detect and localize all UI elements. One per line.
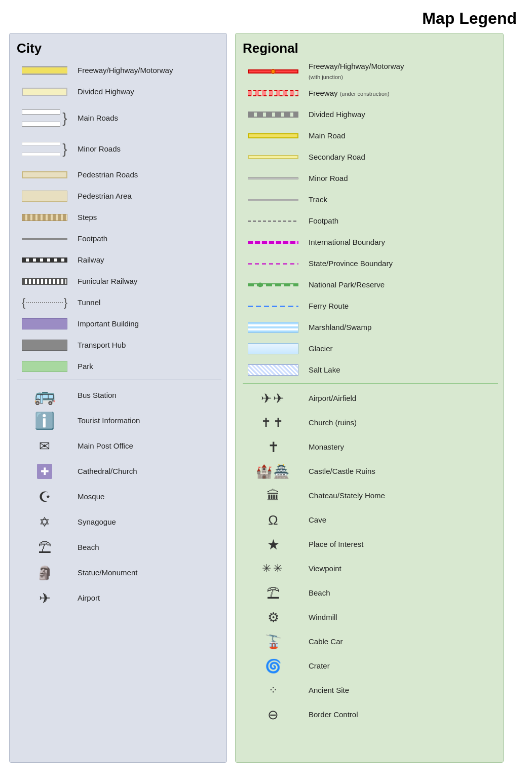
symbol-footpath-city bbox=[17, 238, 72, 240]
label-reg-marshland: Marshland/Swamp bbox=[303, 322, 371, 332]
label-reg-divided-highway: Divided Highway bbox=[303, 109, 365, 120]
page-title: Map Legend bbox=[0, 0, 532, 33]
symbol-railway bbox=[17, 257, 72, 263]
label-funicular: Funicular Railway bbox=[72, 276, 137, 286]
list-item: Freeway (under construction) bbox=[243, 84, 498, 102]
label-reg-place-interest: Place of Interest bbox=[303, 539, 363, 549]
viewpoint-icon: ✳✳ bbox=[262, 562, 284, 575]
symbol-reg-intl-boundary bbox=[243, 241, 303, 244]
list-item: ✚ Cathedral/Church bbox=[17, 460, 221, 483]
list-item: ⊖ Border Control bbox=[243, 704, 498, 725]
symbol-reg-crater: 🌀 bbox=[243, 658, 303, 674]
bracket-main-roads: } bbox=[62, 111, 67, 125]
symbol-reg-freeway bbox=[243, 67, 303, 76]
windmill-icon: ⚙ bbox=[268, 610, 279, 625]
symbol-reg-ferry bbox=[243, 306, 303, 307]
list-item: 🚡 Cable Car bbox=[243, 631, 498, 652]
label-bus-station: Bus Station bbox=[72, 390, 117, 400]
list-item: Footpath bbox=[243, 212, 498, 230]
symbol-reg-chateau: 🏛 bbox=[243, 488, 303, 504]
symbol-reg-footpath bbox=[243, 220, 303, 222]
symbol-reg-state-boundary bbox=[243, 263, 303, 265]
symbol-reg-monastery: ✝ bbox=[243, 439, 303, 456]
symbol-important-building bbox=[17, 318, 72, 329]
list-item: ✈ Airport bbox=[17, 587, 221, 609]
symbol-reg-viewpoint: ✳✳ bbox=[243, 562, 303, 575]
label-reg-minor-road: Minor Road bbox=[303, 173, 348, 183]
list-item: ⛱ Beach bbox=[17, 536, 221, 559]
symbol-bus-station: 🚌 bbox=[17, 385, 72, 405]
list-item: ✉ Main Post Office bbox=[17, 435, 221, 457]
symbol-reg-place-interest: ★ bbox=[243, 536, 303, 553]
list-item: Park bbox=[17, 357, 221, 376]
list-item: Steps bbox=[17, 208, 221, 227]
label-reg-secondary-road: Secondary Road bbox=[303, 152, 365, 162]
airport-icon: ✈ bbox=[39, 590, 51, 607]
symbol-reg-freeway-construction bbox=[243, 90, 303, 96]
beach-icon: ⛱ bbox=[267, 585, 280, 601]
symbol-main-roads: } bbox=[17, 109, 72, 127]
list-item: ℹ️ Tourist Information bbox=[17, 410, 221, 432]
label-reg-border-control: Border Control bbox=[303, 710, 358, 720]
list-item: ✈✈ Airport/Airfield bbox=[243, 388, 498, 409]
symbol-freeway-city bbox=[17, 66, 72, 75]
symbol-reg-salt-lake bbox=[243, 364, 303, 376]
label-reg-freeway-construction: Freeway (under construction) bbox=[303, 88, 390, 98]
list-item: ⁘ Ancient Site bbox=[243, 680, 498, 701]
label-airport-city: Airport bbox=[72, 593, 100, 603]
label-pedestrian-area: Pedestrian Area bbox=[72, 191, 132, 201]
symbol-beach-city: ⛱ bbox=[17, 540, 72, 556]
house-icon: 🏛 bbox=[267, 488, 280, 504]
label-reg-viewpoint: Viewpoint bbox=[303, 564, 341, 574]
symbol-reg-glacier bbox=[243, 343, 303, 354]
symbol-pedestrian-roads bbox=[17, 171, 72, 178]
symbol-tunnel: { } bbox=[17, 298, 72, 308]
label-pedestrian-roads: Pedestrian Roads bbox=[72, 170, 138, 180]
label-steps: Steps bbox=[72, 212, 97, 223]
label-main-roads: Main Roads bbox=[72, 113, 118, 123]
symbol-divided-highway-city bbox=[17, 88, 72, 96]
list-item: 🏛 Chateau/Stately Home bbox=[243, 485, 498, 506]
list-item: ⚙ Windmill bbox=[243, 607, 498, 628]
list-item: } Minor Roads bbox=[17, 135, 221, 163]
label-reg-national-park: National Park/Reserve bbox=[303, 280, 385, 290]
list-item: National Park/Reserve bbox=[243, 276, 498, 294]
castle-icon: 🏰🏯 bbox=[256, 464, 290, 479]
symbol-reg-divided-highway bbox=[243, 112, 303, 118]
list-item: 🏰🏯 Castle/Castle Ruins bbox=[243, 461, 498, 482]
label-minor-roads: Minor Roads bbox=[72, 144, 121, 154]
list-item: Salt Lake bbox=[243, 361, 498, 379]
list-item: ⛱ Beach bbox=[243, 582, 498, 604]
cable-car-icon: 🚡 bbox=[265, 634, 281, 650]
list-item: ☪ Mosque bbox=[17, 486, 221, 508]
symbol-reg-beach: ⛱ bbox=[243, 585, 303, 601]
label-railway: Railway bbox=[72, 255, 104, 265]
cross-icon: ✝✝ bbox=[261, 416, 285, 430]
label-reg-freeway: Freeway/Highway/Motorway (with junction) bbox=[303, 61, 404, 81]
symbol-airport-city: ✈ bbox=[17, 590, 72, 607]
label-reg-church: Church (ruins) bbox=[303, 418, 357, 428]
crater-icon: 🌀 bbox=[265, 658, 281, 674]
label-footpath-city: Footpath bbox=[72, 234, 107, 244]
list-item: Divided Highway bbox=[17, 83, 221, 101]
airplane-icon: ✈✈ bbox=[261, 391, 285, 406]
mail-icon: ✉ bbox=[39, 438, 50, 454]
label-reg-monastery: Monastery bbox=[303, 442, 344, 452]
label-reg-salt-lake: Salt Lake bbox=[303, 365, 340, 375]
list-item: ✡ Synagogue bbox=[17, 511, 221, 533]
label-reg-crater: Crater bbox=[303, 661, 330, 671]
symbol-reg-windmill: ⚙ bbox=[243, 610, 303, 625]
star-of-david-icon: ✡ bbox=[39, 514, 50, 530]
label-post-office: Main Post Office bbox=[72, 441, 133, 451]
symbol-steps bbox=[17, 214, 72, 221]
list-item: Glacier bbox=[243, 340, 498, 358]
label-reg-beach: Beach bbox=[303, 588, 330, 598]
list-item: } Main Roads bbox=[17, 104, 221, 132]
symbol-minor-roads: } bbox=[17, 142, 72, 156]
symbol-reg-track bbox=[243, 199, 303, 201]
symbol-reg-marshland bbox=[243, 322, 303, 333]
symbol-reg-border-control: ⊖ bbox=[243, 707, 303, 723]
label-transport-hub: Transport Hub bbox=[72, 340, 126, 350]
label-reg-windmill: Windmill bbox=[303, 612, 337, 622]
crescent-icon: ☪ bbox=[39, 489, 51, 505]
